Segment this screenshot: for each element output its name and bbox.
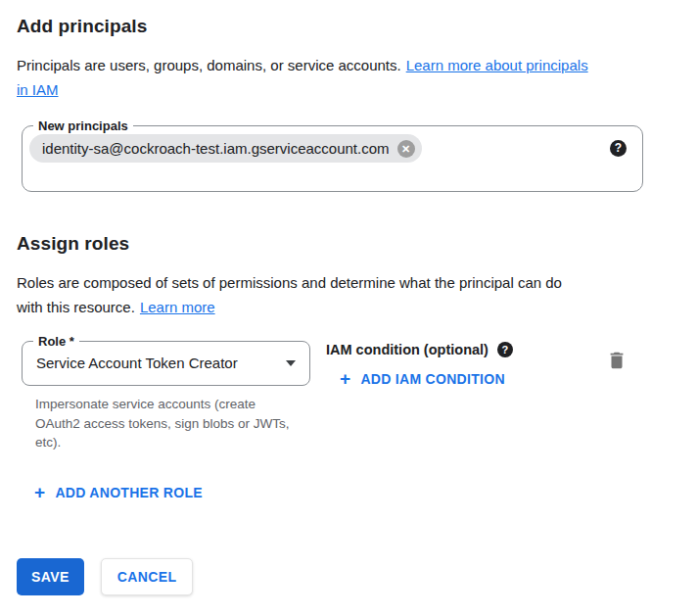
plus-icon: + (340, 371, 350, 387)
iam-condition-column: IAM condition (optional) ? + ADD IAM CON… (326, 341, 513, 389)
roles-description-line2: with this resource. (17, 299, 135, 315)
principal-chip-label: identity-sa@cockroach-test.iam.gservicea… (42, 140, 390, 157)
learn-more-principals-link-line2: in IAM (17, 81, 59, 98)
save-button[interactable]: SAVE (17, 558, 84, 595)
iam-condition-label-row: IAM condition (optional) ? (326, 342, 513, 357)
role-select[interactable]: Role * Service Account Token Creator (22, 341, 310, 386)
plus-icon: + (34, 485, 45, 500)
chip-remove-icon[interactable]: ✕ (397, 140, 415, 158)
principals-description-text: Principals are users, groups, domains, o… (17, 57, 401, 73)
dropdown-arrow-icon (286, 360, 296, 366)
action-buttons: SAVE CANCEL (17, 558, 698, 595)
add-iam-condition-button[interactable]: + ADD IAM CONDITION (340, 371, 505, 387)
role-select-label: Role * (33, 333, 79, 350)
roles-description-line1: Roles are composed of sets of permission… (17, 274, 562, 291)
role-row: Role * Service Account Token Creator Imp… (22, 341, 698, 452)
role-description: Impersonate service accounts (create OAu… (35, 395, 292, 452)
add-another-role-label: ADD ANOTHER ROLE (55, 485, 203, 500)
learn-more-roles-link[interactable]: Learn more (140, 299, 215, 315)
role-column: Role * Service Account Token Creator Imp… (22, 341, 310, 452)
principals-description: Principals are users, groups, domains, o… (17, 53, 681, 102)
iam-condition-label: IAM condition (optional) (326, 342, 489, 357)
new-principals-help-icon[interactable]: ? (610, 140, 627, 157)
add-another-role-button[interactable]: + ADD ANOTHER ROLE (34, 485, 203, 500)
principal-chip: identity-sa@cockroach-test.iam.gservicea… (29, 134, 422, 163)
trash-icon (606, 350, 628, 371)
new-principals-label: New principals (33, 118, 133, 134)
assign-roles-title: Assign roles (17, 233, 681, 255)
add-principals-title: Add principals (17, 16, 681, 37)
add-principals-panel: Add principals Principals are users, gro… (0, 16, 698, 616)
learn-more-principals-link-line1: Learn more about principals (406, 57, 588, 73)
add-iam-condition-label: ADD IAM CONDITION (360, 371, 504, 387)
cancel-button[interactable]: CANCEL (101, 558, 194, 595)
roles-description: Roles are composed of sets of permission… (17, 270, 681, 319)
iam-condition-help-icon[interactable]: ? (497, 342, 513, 357)
new-principals-field[interactable]: New principals identity-sa@cockroach-tes… (22, 125, 643, 192)
delete-role-button[interactable] (606, 350, 628, 371)
role-select-value: Service Account Token Creator (36, 355, 238, 371)
